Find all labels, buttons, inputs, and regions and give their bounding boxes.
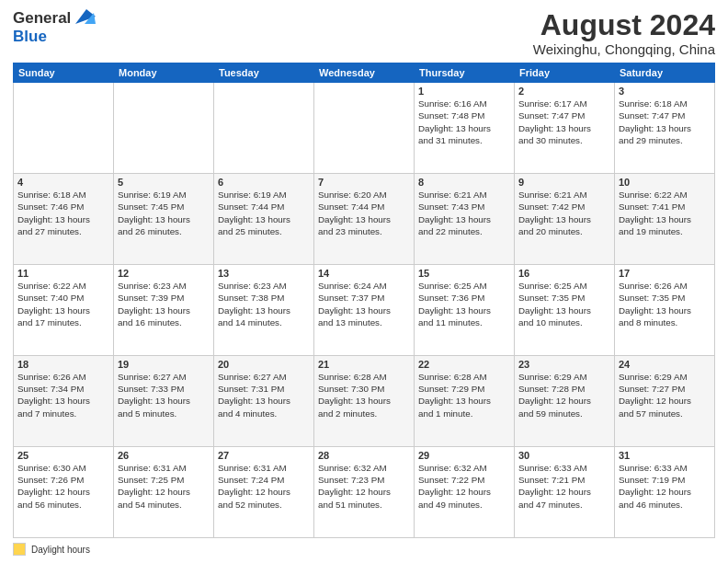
calendar-cell: 2Sunrise: 6:17 AM Sunset: 7:47 PM Daylig… [515, 83, 615, 174]
logo-general: General [13, 9, 71, 28]
day-info: Sunrise: 6:18 AM Sunset: 7:46 PM Dayligh… [17, 189, 109, 237]
calendar-cell: 3Sunrise: 6:18 AM Sunset: 7:47 PM Daylig… [615, 83, 715, 174]
calendar-cell: 7Sunrise: 6:20 AM Sunset: 7:44 PM Daylig… [314, 174, 415, 265]
day-info: Sunrise: 6:33 AM Sunset: 7:19 PM Dayligh… [619, 462, 711, 511]
day-info: Sunrise: 6:26 AM Sunset: 7:35 PM Dayligh… [619, 280, 711, 328]
day-info: Sunrise: 6:18 AM Sunset: 7:47 PM Dayligh… [619, 98, 711, 146]
day-number: 22 [418, 359, 510, 370]
day-info: Sunrise: 6:20 AM Sunset: 7:44 PM Dayligh… [318, 189, 410, 237]
day-number: 2 [518, 86, 610, 97]
header: General Blue August 2024 Weixinghu, Chon… [13, 9, 715, 57]
calendar-cell: 22Sunrise: 6:28 AM Sunset: 7:29 PM Dayli… [415, 356, 515, 447]
calendar-cell: 15Sunrise: 6:25 AM Sunset: 7:36 PM Dayli… [415, 265, 515, 356]
calendar-cell: 25Sunrise: 6:30 AM Sunset: 7:26 PM Dayli… [14, 447, 114, 538]
day-number: 10 [619, 177, 711, 188]
day-info: Sunrise: 6:31 AM Sunset: 7:24 PM Dayligh… [218, 462, 310, 511]
day-info: Sunrise: 6:21 AM Sunset: 7:42 PM Dayligh… [518, 189, 610, 237]
col-header-monday: Monday [114, 63, 214, 83]
day-number: 12 [118, 268, 210, 279]
calendar-cell: 4Sunrise: 6:18 AM Sunset: 7:46 PM Daylig… [14, 174, 114, 265]
day-number: 26 [118, 450, 210, 461]
calendar-table: SundayMondayTuesdayWednesdayThursdayFrid… [13, 63, 715, 538]
calendar-cell: 23Sunrise: 6:29 AM Sunset: 7:28 PM Dayli… [515, 356, 615, 447]
day-info: Sunrise: 6:28 AM Sunset: 7:29 PM Dayligh… [418, 371, 510, 419]
col-header-thursday: Thursday [415, 63, 515, 83]
calendar-cell: 21Sunrise: 6:28 AM Sunset: 7:30 PM Dayli… [314, 356, 415, 447]
calendar-cell: 18Sunrise: 6:26 AM Sunset: 7:34 PM Dayli… [14, 356, 114, 447]
calendar-cell: 28Sunrise: 6:32 AM Sunset: 7:23 PM Dayli… [314, 447, 415, 538]
day-number: 5 [118, 177, 210, 188]
calendar-cell: 27Sunrise: 6:31 AM Sunset: 7:24 PM Dayli… [214, 447, 314, 538]
day-info: Sunrise: 6:26 AM Sunset: 7:34 PM Dayligh… [17, 371, 109, 419]
day-info: Sunrise: 6:32 AM Sunset: 7:23 PM Dayligh… [318, 462, 410, 511]
legend-label: Daylight hours [31, 545, 90, 555]
day-info: Sunrise: 6:22 AM Sunset: 7:40 PM Dayligh… [17, 280, 109, 328]
logo: General Blue [13, 9, 96, 46]
day-number: 9 [518, 177, 610, 188]
day-number: 17 [619, 268, 711, 279]
day-number: 16 [518, 268, 610, 279]
day-info: Sunrise: 6:21 AM Sunset: 7:43 PM Dayligh… [418, 189, 510, 237]
day-number: 3 [619, 86, 711, 97]
legend-box [13, 543, 26, 556]
main-title: August 2024 [533, 9, 715, 41]
day-number: 1 [418, 86, 510, 97]
day-number: 11 [17, 268, 109, 279]
calendar-cell: 16Sunrise: 6:25 AM Sunset: 7:35 PM Dayli… [515, 265, 615, 356]
col-header-wednesday: Wednesday [314, 63, 415, 83]
day-number: 18 [17, 359, 109, 370]
col-header-sunday: Sunday [14, 63, 114, 83]
title-block: August 2024 Weixinghu, Chongqing, China [533, 9, 715, 57]
day-number: 31 [619, 450, 711, 461]
day-info: Sunrise: 6:29 AM Sunset: 7:27 PM Dayligh… [619, 371, 711, 419]
day-number: 29 [418, 450, 510, 461]
calendar-cell: 20Sunrise: 6:27 AM Sunset: 7:31 PM Dayli… [214, 356, 314, 447]
day-info: Sunrise: 6:28 AM Sunset: 7:30 PM Dayligh… [318, 371, 410, 419]
day-info: Sunrise: 6:23 AM Sunset: 7:39 PM Dayligh… [118, 280, 210, 328]
day-number: 20 [218, 359, 310, 370]
day-info: Sunrise: 6:22 AM Sunset: 7:41 PM Dayligh… [619, 189, 711, 237]
day-info: Sunrise: 6:27 AM Sunset: 7:31 PM Dayligh… [218, 371, 310, 419]
calendar-cell: 19Sunrise: 6:27 AM Sunset: 7:33 PM Dayli… [114, 356, 214, 447]
day-info: Sunrise: 6:19 AM Sunset: 7:44 PM Dayligh… [218, 189, 310, 237]
day-number: 7 [318, 177, 410, 188]
day-number: 14 [318, 268, 410, 279]
day-info: Sunrise: 6:33 AM Sunset: 7:21 PM Dayligh… [518, 462, 610, 511]
calendar-cell: 29Sunrise: 6:32 AM Sunset: 7:22 PM Dayli… [415, 447, 515, 538]
day-number: 28 [318, 450, 410, 461]
legend: Daylight hours [13, 543, 715, 556]
col-header-friday: Friday [515, 63, 615, 83]
calendar-cell [14, 83, 114, 174]
subtitle: Weixinghu, Chongqing, China [533, 41, 715, 57]
calendar-cell: 24Sunrise: 6:29 AM Sunset: 7:27 PM Dayli… [615, 356, 715, 447]
calendar-cell: 5Sunrise: 6:19 AM Sunset: 7:45 PM Daylig… [114, 174, 214, 265]
calendar-cell: 1Sunrise: 6:16 AM Sunset: 7:48 PM Daylig… [415, 83, 515, 174]
calendar-cell [314, 83, 415, 174]
day-info: Sunrise: 6:24 AM Sunset: 7:37 PM Dayligh… [318, 280, 410, 328]
calendar-cell: 12Sunrise: 6:23 AM Sunset: 7:39 PM Dayli… [114, 265, 214, 356]
day-info: Sunrise: 6:29 AM Sunset: 7:28 PM Dayligh… [518, 371, 610, 419]
calendar-cell [214, 83, 314, 174]
logo-wing-icon [75, 9, 96, 28]
day-number: 30 [518, 450, 610, 461]
day-number: 19 [118, 359, 210, 370]
calendar-cell: 14Sunrise: 6:24 AM Sunset: 7:37 PM Dayli… [314, 265, 415, 356]
day-number: 13 [218, 268, 310, 279]
day-info: Sunrise: 6:25 AM Sunset: 7:35 PM Dayligh… [518, 280, 610, 328]
day-info: Sunrise: 6:31 AM Sunset: 7:25 PM Dayligh… [118, 462, 210, 511]
calendar-cell: 17Sunrise: 6:26 AM Sunset: 7:35 PM Dayli… [615, 265, 715, 356]
day-number: 23 [518, 359, 610, 370]
logo-blue: Blue [13, 28, 47, 45]
day-info: Sunrise: 6:23 AM Sunset: 7:38 PM Dayligh… [218, 280, 310, 328]
calendar-cell [114, 83, 214, 174]
page: General Blue August 2024 Weixinghu, Chon… [0, 0, 728, 563]
day-number: 15 [418, 268, 510, 279]
calendar-cell: 31Sunrise: 6:33 AM Sunset: 7:19 PM Dayli… [615, 447, 715, 538]
day-info: Sunrise: 6:27 AM Sunset: 7:33 PM Dayligh… [118, 371, 210, 419]
day-number: 4 [17, 177, 109, 188]
day-info: Sunrise: 6:19 AM Sunset: 7:45 PM Dayligh… [118, 189, 210, 237]
day-number: 25 [17, 450, 109, 461]
day-info: Sunrise: 6:16 AM Sunset: 7:48 PM Dayligh… [418, 98, 510, 146]
calendar-cell: 6Sunrise: 6:19 AM Sunset: 7:44 PM Daylig… [214, 174, 314, 265]
calendar-cell: 10Sunrise: 6:22 AM Sunset: 7:41 PM Dayli… [615, 174, 715, 265]
